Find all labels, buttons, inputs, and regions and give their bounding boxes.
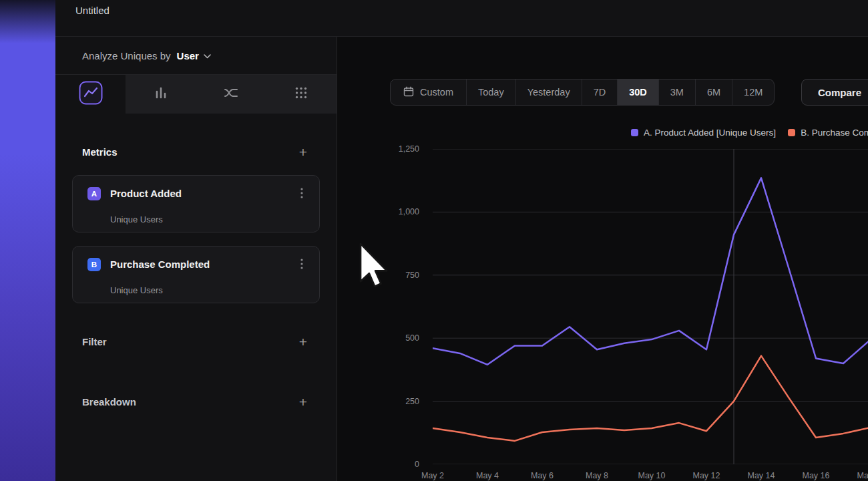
calendar-icon [403, 86, 414, 99]
x-axis-tick-label: May 18 [857, 471, 868, 480]
chart-panel: Custom Today Yesterday 7D 30D 3M 6M 12M … [337, 37, 868, 481]
breakdown-heading: Breakdown [82, 396, 136, 408]
x-axis-tick-label: May 14 [748, 471, 775, 480]
analyze-by-dropdown[interactable]: User [177, 49, 211, 61]
date-range-yesterday[interactable]: Yesterday [515, 79, 582, 105]
kebab-menu-icon [300, 188, 303, 200]
legend-swatch-a [631, 129, 638, 136]
y-axis-tick-label: 750 [405, 271, 419, 280]
metric-card-b[interactable]: B Purchase Completed Unique Users [72, 246, 320, 303]
analyze-row: Analyze Uniques by User [55, 37, 337, 75]
date-range-7d[interactable]: 7D [582, 79, 618, 105]
chart-legend: A. Product Added [Unique Users] B. Purch… [631, 128, 868, 138]
date-range-6m[interactable]: 6M [695, 79, 732, 105]
tab-dot-grid[interactable] [266, 75, 337, 114]
add-metric-button[interactable]: + [299, 145, 307, 159]
breakdown-section-header: Breakdown + [55, 388, 337, 415]
tab-line-chart[interactable] [55, 75, 126, 114]
left-gradient-strip [0, 0, 55, 481]
x-axis-tick-label: May 6 [531, 471, 554, 480]
y-axis: 02505007501,0001,250 [337, 149, 419, 464]
legend-item-b[interactable]: B. Purchase Completed [Unique Users] [788, 128, 868, 138]
metric-subtitle: Unique Users [110, 214, 163, 224]
chart-canvas[interactable] [433, 149, 868, 464]
x-axis-tick-label: May 12 [693, 471, 720, 480]
chart-plot-svg [433, 149, 868, 464]
y-axis-tick-label: 500 [405, 333, 419, 343]
compare-button[interactable]: Compare [801, 79, 868, 106]
x-axis-tick-label: May 2 [421, 471, 444, 480]
date-range-label: 7D [594, 87, 606, 98]
tab-bar-chart[interactable] [126, 75, 196, 114]
filter-section-header: Filter + [55, 328, 337, 355]
chart-type-tabs [55, 75, 337, 114]
metrics-section-header: Metrics + [55, 138, 337, 165]
add-filter-button[interactable]: + [299, 335, 307, 349]
add-breakdown-button[interactable]: + [299, 395, 307, 409]
filter-heading: Filter [82, 336, 107, 347]
metric-options-button[interactable] [295, 187, 308, 200]
metric-badge-a: A [87, 187, 101, 200]
date-range-label: 12M [744, 87, 763, 98]
metric-options-button[interactable] [295, 258, 308, 271]
dot-grid-icon [293, 85, 309, 104]
kebab-menu-icon [300, 259, 303, 271]
legend-label: B. Purchase Completed [Unique Users] [801, 128, 868, 138]
app-window: Untitled Analyze Uniques by User [55, 0, 868, 481]
date-range-label: 6M [707, 87, 720, 98]
date-range-label: 30D [629, 87, 647, 98]
analyze-by-value: User [177, 50, 199, 61]
legend-label: A. Product Added [Unique Users] [644, 128, 776, 138]
date-range-label: Today [478, 87, 504, 98]
date-range-12m[interactable]: 12M [732, 79, 774, 105]
date-range-label: Yesterday [527, 87, 570, 98]
x-axis-tick-label: May 4 [476, 471, 499, 480]
bar-chart-icon [153, 85, 169, 104]
y-axis-tick-label: 250 [405, 397, 419, 406]
metrics-heading: Metrics [82, 146, 118, 158]
date-range-today[interactable]: Today [466, 79, 515, 105]
legend-item-a[interactable]: A. Product Added [Unique Users] [631, 128, 776, 138]
tab-flows[interactable] [196, 75, 266, 114]
window-title: Untitled [75, 5, 110, 16]
metric-badge-b: B [87, 258, 101, 271]
y-axis-tick-label: 0 [415, 460, 419, 469]
metric-subtitle: Unique Users [110, 285, 163, 295]
date-range-group: Custom Today Yesterday 7D 30D 3M 6M 12M [390, 79, 775, 106]
x-axis-tick-label: May 16 [803, 471, 830, 480]
y-axis-tick-label: 1,250 [399, 144, 419, 154]
x-axis-tick-label: May 10 [638, 471, 666, 480]
chevron-down-icon [204, 49, 211, 61]
y-axis-tick-label: 1,000 [399, 207, 419, 216]
window-header: Untitled [55, 0, 868, 37]
series-line [433, 178, 868, 364]
screen: Untitled Analyze Uniques by User [0, 0, 868, 481]
metric-card-a[interactable]: A Product Added Unique Users [72, 175, 320, 232]
metric-title: Product Added [110, 188, 182, 199]
date-range-label: 3M [670, 87, 684, 98]
line-chart-icon [79, 81, 103, 108]
metric-title: Purchase Completed [110, 259, 210, 270]
legend-swatch-b [788, 129, 795, 136]
flows-icon [223, 85, 239, 104]
sidebar: Analyze Uniques by User [55, 37, 337, 481]
series-line [433, 356, 868, 441]
analyze-by-label: Analyze Uniques by [82, 50, 171, 61]
date-range-3m[interactable]: 3M [658, 79, 695, 105]
date-range-30d[interactable]: 30D [617, 79, 658, 105]
date-range-label: Custom [420, 87, 453, 98]
x-axis: May 2May 4May 6May 8May 10May 12May 14Ma… [433, 471, 868, 481]
x-axis-tick-label: May 8 [586, 471, 608, 480]
date-range-custom[interactable]: Custom [391, 79, 466, 105]
